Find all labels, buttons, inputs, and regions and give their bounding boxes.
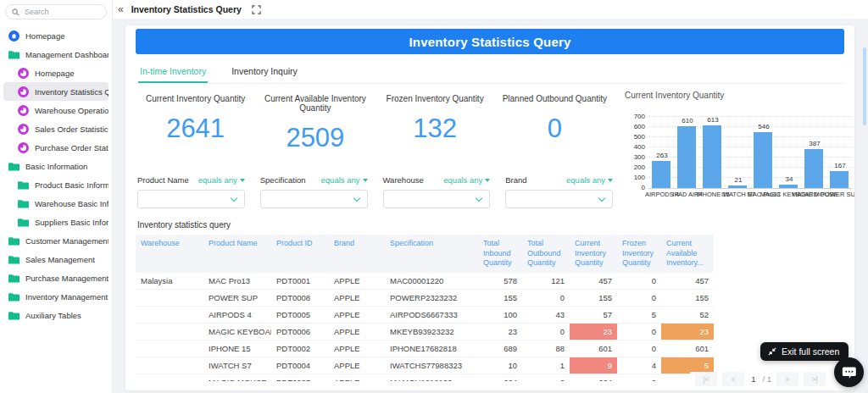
table-row[interactable]: IWATCH S7PDT0004APPLEIWATCHS779883231019… [136,357,714,374]
table-cell: 0 [617,340,661,357]
chart-bar[interactable] [703,125,721,188]
column-header: Product ID [271,235,329,273]
chart-icon [18,124,29,135]
table-cell: PDT0008 [271,290,329,306]
table-cell: IWATCH S7 [203,357,271,374]
sidebar-item-customer-management[interactable]: Customer Management [3,231,108,250]
chart-icon [18,68,29,79]
filter-group: Brandequals any [505,175,613,208]
filter-operator[interactable]: equals any [321,175,368,185]
filter-label: Specification [260,175,306,185]
filter-operator[interactable]: equals any [566,175,613,185]
sidebar-item-inventory-statistics-query[interactable]: Inventory Statistics Query [3,82,108,101]
table-cell: 457 [661,273,714,289]
table-cell: 578 [478,273,522,289]
table-cell: 100 [478,307,522,323]
sidebar-item-basic-information[interactable]: Basic Information [3,157,108,175]
chart-plot: 0100200300400500600700263AIRPODS 4610IPA… [648,117,852,189]
scrollbar-thumb[interactable] [863,47,866,125]
chart-bar[interactable] [779,185,798,188]
sidebar-item-management-dashboard[interactable]: Management Dashboard [3,45,108,64]
table-row[interactable]: MAGIC MOUSEPDT0007APPLEMAMOU121213226402… [136,374,714,381]
table-cell: APPLE [329,340,385,357]
folder-icon [8,254,19,265]
sidebar-item-homepage[interactable]: Homepage [3,26,108,45]
caret-down-icon [485,179,490,182]
sidebar-item-product-basic-information[interactable]: Product Basic Information [3,175,108,194]
table-row[interactable]: MAGIC KEYBOARDPDT0006APPLEMKEYB939232322… [136,324,714,340]
column-header: Total Inbound Quantity [478,235,522,273]
open-tab-title[interactable]: Inventory Statistics Query [131,4,242,14]
stat-label: Current Inventory Quantity [136,94,255,103]
chart-bar[interactable] [830,171,849,188]
table-row[interactable]: IPHONE 15PDT0002APPLEIPHONE1768281868988… [136,340,714,357]
search-input[interactable] [23,7,94,17]
y-tick-label: 700 [623,113,645,120]
fullscreen-icon[interactable] [252,5,261,14]
sidebar-item-sales-management[interactable]: Sales Management [3,250,108,268]
folder-icon [8,49,19,60]
table-row[interactable]: MalaysiaMAC Pro13PDT0001APPLEMAC00001220… [136,273,714,290]
sidebar-item-suppliers-basic-information[interactable]: Suppliers Basic Information [3,213,108,231]
tab-in-time-inventory[interactable]: In-time Inventory [138,59,208,83]
table-cell: 88 [522,340,570,357]
collapse-sidebar-icon[interactable]: « [118,4,124,14]
stat-value: 0 [495,113,615,144]
filter-select[interactable] [505,190,613,208]
table-row[interactable]: POWER SUPPDT0008APPLEPOWERP2323232155015… [136,290,714,307]
prev-page-button[interactable]: < [722,372,744,386]
sidebar-item-auxiliary-tables[interactable]: Auxiliary Tables [3,306,108,324]
chat-button[interactable] [834,357,864,387]
sidebar-item-label: Purchase Management [25,274,108,283]
chart-bar[interactable] [652,161,670,188]
stat-card: Current Available Inventory Quantity2509 [255,87,375,153]
filter-select[interactable] [137,190,245,208]
sidebar-item-label: Warehouse Basic Information [35,199,108,208]
table-cell: 1 [522,357,570,374]
filter-select[interactable] [260,190,368,208]
compress-arrows-icon [768,347,776,356]
filter-operator-label: equals any [198,175,237,185]
first-page-button[interactable]: |< [695,372,717,386]
table-cell: 0 [617,324,661,340]
caret-down-icon [608,179,613,182]
y-tick-label: 500 [623,133,645,141]
tabs-bar: In-time Inventory Inventory Inquiry [136,59,844,84]
sidebar-item-purchase-order-statistics[interactable]: Purchase Order Statistics [3,138,108,157]
filter-group: Warehouseequals any [383,175,491,208]
table-cell: APPLE [329,357,385,374]
sidebar-item-homepage[interactable]: Homepage [3,64,108,82]
next-page-button[interactable]: > [776,372,798,386]
tab-inventory-inquiry[interactable]: Inventory Inquiry [230,59,299,83]
table-cell: 23 [661,324,714,340]
table-cell: 264 [478,374,522,381]
filter-operator[interactable]: equals any [443,175,490,185]
sidebar-item-warehouse-operation-statist[interactable]: Warehouse Operation Statist... [3,101,108,119]
table-cell: PDT0006 [271,324,329,340]
table-cell: PDT0001 [271,273,329,289]
exit-fullscreen-button[interactable]: Exit full screen [760,342,849,361]
column-header: Total Outbound Quantity [522,235,570,273]
filter-select[interactable] [383,190,491,208]
table-cell: MAGIC KEYBOARD [203,324,271,340]
sidebar-search[interactable] [5,4,107,19]
table-title: Inventory statistics query [137,220,844,230]
chart-bar[interactable] [677,126,696,188]
chart-bar[interactable] [754,132,772,188]
column-header: Current Inventory Quantity [570,235,617,273]
sidebar-item-sales-order-statistics[interactable]: Sales Order Statistics [3,119,108,138]
table-row[interactable]: AIRPODS 4PDT0005APPLEAIRPODS666733310043… [136,307,714,324]
sidebar-item-label: Sales Management [25,255,95,264]
chart-bar[interactable] [804,149,823,188]
folder-icon [18,180,29,191]
filter-operator[interactable]: equals any [198,175,245,185]
exit-fullscreen-label: Exit full screen [782,346,839,357]
sidebar-item-warehouse-basic-information[interactable]: Warehouse Basic Information [3,194,108,213]
last-page-button[interactable]: >| [804,372,826,386]
chart-bar[interactable] [728,185,747,188]
sidebar-item-purchase-management[interactable]: Purchase Management [3,268,108,287]
stat-label: Frozen Inventory Quantity [376,94,495,103]
chevron-down-icon [476,194,482,201]
sidebar-item-inventory-management[interactable]: Inventory Management [3,287,108,306]
table-cell: 9 [570,357,617,374]
